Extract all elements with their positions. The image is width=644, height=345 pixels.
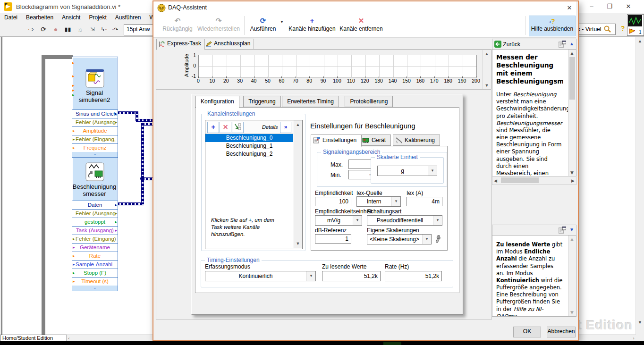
add-channels-button[interactable]: + Kanäle hinzufügen [288, 16, 336, 35]
redo-button[interactable]: ↷ Wiederherstellen [197, 16, 240, 35]
diagram-vscrollbar[interactable]: ▲ ▼ [636, 37, 644, 335]
terminal-Timeout (s)[interactable]: ▸Timeout (s) [72, 277, 118, 286]
config-tab-Triggerung[interactable]: Triggerung [243, 96, 281, 107]
panel-window-icon[interactable] [559, 227, 566, 234]
wrench-icon[interactable] [434, 234, 442, 244]
wire-daten-h2[interactable] [142, 123, 153, 126]
help2-vscrollbar[interactable]: ▲ ▼ [568, 236, 576, 316]
channel-item-Beschleunigung_0[interactable]: Beschleunigung_0 [205, 134, 293, 142]
channel-list-scrollbar[interactable]: ▲ ▼ [294, 120, 302, 248]
custom-scaling-combo[interactable]: <Keine Skalierung>▾ [367, 234, 432, 244]
expand-panel-icon[interactable]: ▼ [569, 227, 574, 232]
help-scroll-down-icon[interactable]: ▼ [568, 170, 576, 176]
help-vscrollbar[interactable]: ▲ ▼ [568, 50, 576, 177]
while-loop-border-left[interactable] [42, 55, 45, 335]
run-continuous-icon[interactable]: ⟳ [39, 25, 48, 34]
scaled-unit-combo[interactable]: g▾ [377, 166, 437, 176]
list-scroll-down-icon[interactable]: ▼ [294, 241, 302, 246]
terminal-Gerätename[interactable]: ▸Gerätename [72, 243, 118, 252]
vscroll-down-icon[interactable]: ▼ [636, 320, 644, 325]
help-scroll-left-icon[interactable]: ◀ [494, 178, 497, 184]
dropdown-arrow-icon[interactable]: ▾ [422, 235, 431, 244]
dropdown-arrow-icon[interactable]: ▾ [433, 216, 442, 225]
wire-sinus-h1[interactable] [117, 111, 138, 114]
run-button[interactable]: ⟳ Ausführen [249, 16, 277, 35]
ok-button[interactable]: OK [513, 327, 541, 337]
graph-vscrollbar[interactable]: ▲ ▼ [483, 50, 491, 89]
search-icon[interactable] [604, 25, 611, 33]
hscroll-left-icon[interactable]: ‹ [66, 336, 72, 341]
maximize-button[interactable]: ❐ [602, 2, 617, 11]
run-dropdown-icon[interactable]: ▼ [280, 20, 284, 24]
wire-junction[interactable] [140, 177, 144, 181]
terminal-Frequenz[interactable]: ▸Frequenz [72, 143, 118, 152]
expand-chevron-icon[interactable]: ⌄ [72, 152, 118, 157]
expand-chevron-icon[interactable]: ⌄ [72, 286, 118, 291]
step-over-icon[interactable]: ▫↷ [110, 25, 120, 34]
terminal-Sinus und Gleich[interactable]: ▸Sinus und Gleich [72, 109, 118, 118]
menu-Bearbeiten[interactable]: Bearbeiten [22, 13, 58, 21]
iex-source-combo[interactable]: Intern▾ [356, 196, 401, 207]
panel-window-icon[interactable] [559, 41, 566, 48]
dropdown-arrow-icon[interactable]: ▾ [391, 197, 400, 206]
wiring-combo[interactable]: Pseudodifferentiell▾ [367, 215, 442, 226]
terminal-Fehler (Eingang,[interactable]: ▸Fehler (Eingang, [72, 135, 118, 143]
graph-scroll-up-icon[interactable]: ▲ [483, 51, 491, 57]
menu-Projekt[interactable]: Projekt [85, 13, 110, 21]
dropdown-arrow-icon[interactable]: ▾ [306, 271, 315, 281]
highlight-execution-icon[interactable]: ☼ [76, 25, 85, 34]
menu-Ansicht[interactable]: Ansicht [58, 13, 85, 21]
iex-input[interactable]: 4m [407, 197, 442, 206]
tab-anschlussplan[interactable]: Anschlussplan [203, 39, 254, 50]
rate-input[interactable]: 51,2k [385, 271, 442, 281]
dialog-titlebar[interactable]: DAQ-Assistent ✕ [153, 1, 576, 15]
stop-icon[interactable]: ● [51, 25, 60, 34]
step-into-icon[interactable]: ↳▫ [99, 25, 109, 34]
run-icon[interactable]: ⇨ [26, 25, 36, 34]
terminal-Sample-Anzahl[interactable]: ▸Sample-Anzahl [72, 260, 118, 269]
config-tab-Protokollierung[interactable]: Protokollierung [345, 96, 393, 107]
menu-Datei[interactable]: Datei [0, 13, 22, 21]
acquisition-mode-combo[interactable]: Kontinuierlich▾ [205, 271, 316, 281]
tab-geraet[interactable]: Gerät [360, 135, 391, 146]
config-tab-Erweitertes Timing[interactable]: Erweitertes Timing [282, 96, 339, 107]
config-tab-Konfiguration[interactable]: Konfiguration [195, 96, 239, 108]
retain-wire-values-icon[interactable]: ⇲ [88, 25, 97, 34]
hide-help-button[interactable]: ‹? Hilfe ausblenden [529, 16, 576, 36]
samples-to-read-input[interactable]: 51,2k [322, 271, 381, 281]
wire-sinus-h2[interactable] [136, 119, 153, 122]
terminal-Stopp (F)[interactable]: ▸Stopp (F) [72, 269, 118, 277]
tab-kalibrierung[interactable]: Kalibrierung [393, 135, 440, 146]
context-help-icon[interactable]: ? [619, 25, 627, 33]
export-button[interactable] [232, 122, 244, 133]
taskbar-app-sliver[interactable] [383, 342, 401, 345]
express-vi-signal-simulieren[interactable]: ▸ ▸ ▸ ▸ ▸ Signal simulieren2 ▸Sinus und … [72, 57, 118, 158]
search-input[interactable]: x - Virtuel [577, 25, 601, 34]
sensitivity-unit-combo[interactable]: mV/g▾ [315, 215, 362, 226]
collapse-panel-icon[interactable]: ▲ [569, 41, 574, 46]
details-expand-button[interactable]: » [280, 122, 291, 133]
hscroll-right-icon[interactable]: › [631, 336, 636, 341]
vi-icon[interactable]: 1 [627, 14, 644, 36]
vscroll-up-icon[interactable]: ▲ [636, 38, 644, 44]
db-reference-input[interactable]: 1 [315, 234, 351, 244]
terminal-Fehler (Ausgang[interactable]: ▸Fehler (Ausgang [72, 209, 118, 218]
terminal-Amplitude[interactable]: ▸Amplitude [72, 126, 118, 135]
tab-einstellungen[interactable]: Einstellungen [311, 135, 362, 147]
list-scroll-up-icon[interactable]: ▲ [294, 122, 302, 127]
add-channel-button[interactable]: + [207, 122, 219, 133]
help2-scroll-down-icon[interactable]: ▼ [568, 310, 576, 315]
pause-icon[interactable]: ▮▮ [63, 25, 73, 34]
terminal-Fehler (Ausgang[interactable]: ▸Fehler (Ausgang [72, 118, 118, 126]
menu-Ausführen[interactable]: Ausführen [111, 13, 145, 21]
terminal-Rate[interactable]: ▸Rate [72, 252, 118, 260]
tab-express-task[interactable]: Express-Task [156, 39, 205, 50]
terminal-gestoppt[interactable]: ▸gestoppt [72, 218, 118, 226]
terminal-Task (Ausgang)[interactable]: ▸Task (Ausgang) [72, 226, 118, 235]
wire-daten-v[interactable] [141, 123, 144, 204]
graph-scroll-down-icon[interactable]: ▼ [483, 83, 491, 88]
help-scroll-right-icon[interactable]: ▶ [571, 178, 575, 184]
minimize-button[interactable]: – [585, 2, 599, 11]
help-scroll-up-icon[interactable]: ▲ [568, 50, 576, 56]
terminal-Daten[interactable]: ▸Daten [72, 201, 118, 209]
